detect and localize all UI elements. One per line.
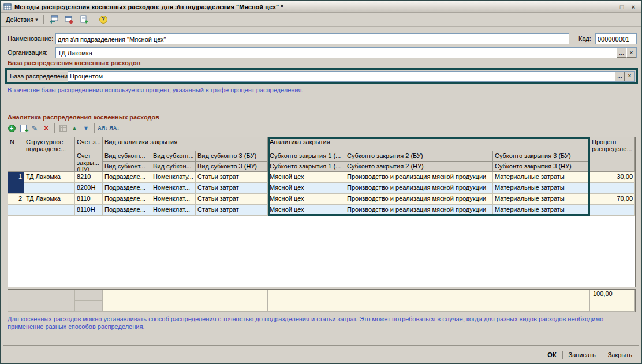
name-input[interactable] <box>55 33 569 44</box>
edit-row-button[interactable]: ✎ <box>29 123 40 133</box>
maximize-button[interactable]: □ <box>617 2 627 11</box>
delete-icon: × <box>44 124 48 132</box>
minimize-button[interactable]: _ <box>605 2 615 11</box>
toolbar-separator <box>54 123 55 133</box>
cell-sub-3-bu[interactable]: Материальные затраты <box>493 172 590 183</box>
help-icon: ? <box>99 16 107 24</box>
cell-vid-1-nu[interactable]: Подразделе... <box>103 183 151 194</box>
actions-label: Действия <box>6 16 33 23</box>
column-header-percent: Процент распределе... <box>590 137 635 172</box>
totals-percent-cell: 100,00 <box>590 290 635 312</box>
cell-sub-1-bu[interactable]: Мясной цех <box>268 194 345 205</box>
cell-vid-3-bu[interactable]: Статьи затрат <box>196 194 268 205</box>
column-header-vid-2-nu: Вид субкон... <box>151 162 196 172</box>
copy-settings-button[interactable] <box>77 14 91 25</box>
window-marker-icon <box>64 15 73 24</box>
cell-sub-1-nu[interactable]: Мясной цех <box>268 205 345 216</box>
cell-vid-1-bu[interactable]: Подразделе... <box>103 172 151 183</box>
totals-account-nu-cell <box>75 301 103 312</box>
column-header-account-nu: Счет закры... (НУ) <box>75 151 103 172</box>
cell-vid-3-nu[interactable]: Статьи затрат <box>196 205 268 216</box>
cell-account-bu[interactable]: 8210 <box>75 172 103 183</box>
cell-vid-1-nu[interactable]: Подразделе... <box>103 205 151 216</box>
cell-vid-2-bu[interactable]: Номенклату... <box>151 172 196 183</box>
row-number-cell-selected[interactable]: 1 <box>8 172 24 194</box>
add-row-button[interactable]: + <box>6 123 17 133</box>
column-header-vid-3-nu: Вид субконто 3 (НУ) <box>196 162 268 172</box>
column-header-vid-1-nu: Вид субконт... <box>103 162 151 172</box>
cell-vid-3-nu[interactable]: Статьи затрат <box>196 183 268 194</box>
cell-sub-2-nu[interactable]: Производство и реализация мясной продукц… <box>345 205 493 216</box>
base-input[interactable] <box>68 72 615 81</box>
close-button[interactable]: × <box>628 2 639 11</box>
cell-percent[interactable]: 30,00 <box>590 172 635 183</box>
cell-empty[interactable] <box>590 205 635 216</box>
cell-sub-2-bu[interactable]: Производство и реализация мясной продукц… <box>345 172 493 183</box>
page-plus-icon <box>79 15 88 24</box>
cell-empty[interactable] <box>8 205 24 216</box>
cell-account-nu[interactable]: 8200Н <box>75 183 103 194</box>
cell-structural-division[interactable]: ТД Лакомка <box>24 194 75 205</box>
column-header-account: Счет з... <box>75 137 103 151</box>
structure-button[interactable] <box>62 14 76 25</box>
button-bar: ОК Записать Закрыть <box>542 348 638 361</box>
titlebar[interactable]: Методы распределения косвенных расходов:… <box>1 1 641 13</box>
sort-asc-button[interactable]: АЯ↓ <box>98 123 108 133</box>
cell-empty[interactable] <box>24 205 75 216</box>
cell-sub-1-bu[interactable]: Мясной цех <box>268 172 345 183</box>
cell-vid-3-bu[interactable]: Статьи затрат <box>196 172 268 183</box>
copy-row-icon: + <box>20 125 27 132</box>
window-controls: _ □ × <box>605 2 639 11</box>
cell-sub-2-bu[interactable]: Производство и реализация мясной продукц… <box>345 194 493 205</box>
window-icon <box>3 3 12 11</box>
cell-sub-3-nu[interactable]: Материальные затраты <box>493 183 590 194</box>
cell-vid-2-nu[interactable]: Номенклат... <box>151 205 196 216</box>
column-header-sub-1-nu: Субконто закрытия 1 (... <box>268 162 345 172</box>
cell-sub-3-nu[interactable]: Материальные затраты <box>493 205 590 216</box>
add-icon: + <box>8 125 16 132</box>
actions-button[interactable]: Действия ▾ <box>3 14 40 25</box>
save-button[interactable]: Записать <box>563 351 602 358</box>
ok-button[interactable]: ОК <box>542 351 562 358</box>
delete-row-button[interactable]: × <box>41 123 51 133</box>
cell-sub-2-nu[interactable]: Производство и реализация мясной продукц… <box>345 183 493 194</box>
table-grid-icon <box>59 125 67 132</box>
column-header-sub-2-bu: Субконто закрытия 2 (БУ) <box>345 151 493 162</box>
cell-structural-division[interactable]: ТД Лакомка <box>24 172 75 183</box>
close-window-button[interactable]: Закрыть <box>602 351 638 358</box>
base-field-highlight: База распределения: ... × <box>5 68 638 84</box>
column-group-closing-analytics-type: Вид аналитики закрытия <box>103 137 268 151</box>
organization-input[interactable] <box>56 48 617 58</box>
organization-clear-button[interactable]: × <box>626 48 636 58</box>
organization-select-button[interactable]: ... <box>617 48 626 58</box>
totals-sub-cell <box>268 290 590 312</box>
cell-sub-3-bu[interactable]: Материальные затраты <box>493 194 590 205</box>
base-clear-button[interactable]: × <box>625 72 634 81</box>
code-input[interactable] <box>595 33 637 44</box>
help-button[interactable]: ? <box>97 14 110 25</box>
column-header-sub-1-bu: Субконто закрытия 1 (... <box>268 151 345 162</box>
plus-badge-icon: + <box>25 127 28 134</box>
cell-vid-2-nu[interactable]: Номенклат... <box>151 183 196 194</box>
table-toolbar: + + ✎ × ▲ ▼ АЯ↓ ЯА↓ <box>6 122 120 134</box>
cell-percent[interactable]: 70,00 <box>590 194 635 205</box>
add-copy-button[interactable]: + <box>18 123 28 133</box>
column-header-sub-3-nu: Субконто закрытия 3 (НУ) <box>493 162 590 172</box>
cell-sub-1-nu[interactable]: Мясной цех <box>268 183 345 194</box>
totals-n-cell <box>8 290 24 312</box>
cell-account-nu[interactable]: 8110Н <box>75 205 103 216</box>
move-down-button[interactable]: ▼ <box>81 123 91 133</box>
row-number-cell[interactable]: 2 <box>8 194 24 205</box>
base-select-button[interactable]: ... <box>615 72 625 81</box>
sort-desc-button[interactable]: ЯА↓ <box>109 123 120 133</box>
move-up-button[interactable]: ▲ <box>69 123 80 133</box>
totals-account-bu-cell <box>75 290 103 301</box>
cell-vid-2-bu[interactable]: Номенклат... <box>151 194 196 205</box>
reread-button[interactable] <box>47 14 61 25</box>
cell-vid-1-bu[interactable]: Подразделе... <box>103 194 151 205</box>
table-totals-row: 100,00 <box>8 289 636 312</box>
cell-account-bu[interactable]: 8110 <box>75 194 103 205</box>
cell-empty[interactable] <box>24 183 75 194</box>
cell-empty[interactable] <box>590 183 635 194</box>
grid-order-button <box>58 123 68 133</box>
